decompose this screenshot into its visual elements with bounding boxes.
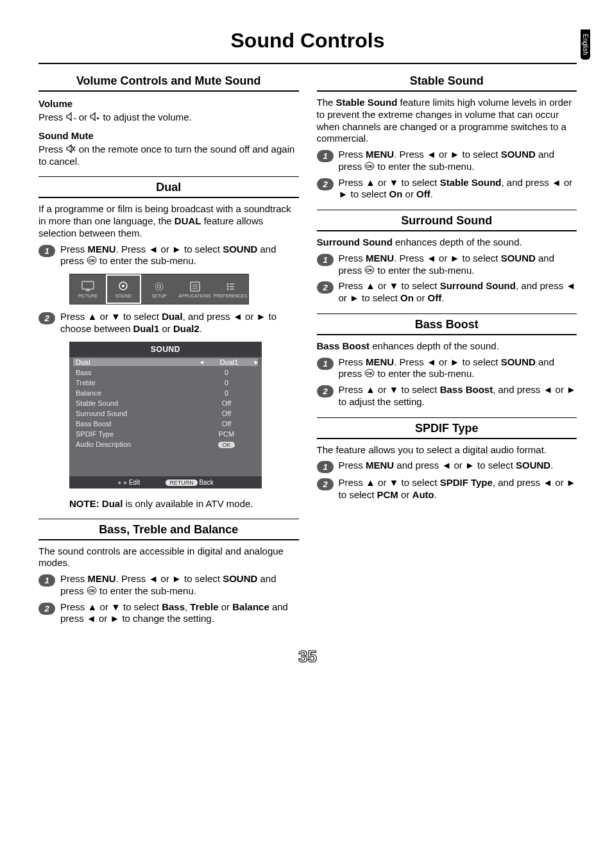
left-arrow-icon: ◄ <box>199 359 205 365</box>
t: or <box>402 188 416 199</box>
t: NOTE: <box>69 498 99 509</box>
t: 0 <box>198 389 255 397</box>
section-title-stable: Stable Sound <box>317 74 577 88</box>
left-arrow-icon: ◄ <box>149 244 158 255</box>
bassboost-step-2-text: Press ▲ or ▼ to select Bass Boost, and p… <box>339 384 577 408</box>
section-rule <box>317 438 577 439</box>
section-title-surround: Surround Sound <box>317 214 577 228</box>
t: or <box>561 177 573 188</box>
svg-text:1: 1 <box>44 246 49 256</box>
up-arrow-icon: ▲ <box>88 601 98 612</box>
svg-text:2: 2 <box>322 387 328 396</box>
right-arrow-icon: ► <box>253 359 259 365</box>
step-number-icon: 2 <box>38 603 55 615</box>
t: or <box>552 477 566 488</box>
t: Dual <box>162 311 183 322</box>
t: to enter the sub-menu. <box>375 265 474 276</box>
t: MENU <box>366 253 394 263</box>
t: Edit <box>129 479 140 486</box>
right-arrow-icon: ► <box>465 460 475 471</box>
step-number-icon: 1 <box>38 245 55 257</box>
svg-point-13 <box>157 285 160 288</box>
t: Bass <box>162 601 185 612</box>
section-rule <box>38 197 299 198</box>
svg-text:2: 2 <box>322 283 328 292</box>
panel-row: Bass BoostOff <box>69 419 262 429</box>
step-number-icon: 1 <box>38 574 55 587</box>
t: and press <box>394 460 441 471</box>
t: Off <box>198 410 255 417</box>
btb-step-1: 1 Press MENU. Press ◄ or ► to select SOU… <box>38 573 299 597</box>
up-arrow-icon: ▲ <box>366 477 375 488</box>
thin-rule <box>317 417 577 418</box>
t: . Press <box>116 573 149 584</box>
t: Bass <box>76 369 198 376</box>
section-rule <box>38 90 299 92</box>
left-arrow-icon: ◄ <box>233 311 242 322</box>
return-pill: RETURN <box>166 480 198 486</box>
t: enhances depth of the sound. <box>370 340 499 351</box>
panel-row: Audio DescriptionOK <box>69 439 262 449</box>
t: or <box>451 460 465 471</box>
t: SOUND <box>501 253 536 263</box>
svg-text:OK: OK <box>89 588 96 593</box>
t: Stable Sound <box>336 97 398 108</box>
t: . <box>434 489 437 500</box>
svg-point-12 <box>155 283 163 290</box>
t: Dual1 <box>133 323 159 334</box>
t: OK <box>198 440 255 448</box>
svg-text:1: 1 <box>323 359 327 369</box>
up-arrow-icon: ▲ <box>366 177 375 188</box>
t: . Press <box>394 253 427 263</box>
btb-step-2-text: Press ▲ or ▼ to select Bass, Treble or B… <box>60 601 299 626</box>
t: SOUND <box>223 573 257 584</box>
stable-step-1-text: Press MENU. Press ◄ or ► to select SOUND… <box>339 149 577 173</box>
t: Bass Boost <box>440 384 493 395</box>
left-arrow-icon: ◄ <box>543 384 553 395</box>
thin-rule <box>317 313 577 314</box>
t: to select <box>398 384 439 395</box>
t: Press <box>60 601 88 612</box>
svg-text:2: 2 <box>322 179 328 189</box>
panel-row: SPDIF TypePCM <box>69 429 262 439</box>
t: or <box>375 477 389 488</box>
panel-foot: ● ● Edit RETURN Back <box>69 476 262 488</box>
svg-point-11 <box>122 285 124 287</box>
sound-menu-panel: SOUND Dual ◄Dual1► Bass0 Treble0 Balance… <box>69 342 262 488</box>
t: Auto <box>412 489 434 500</box>
t: or <box>158 573 172 584</box>
t: . Press <box>116 244 149 255</box>
down-arrow-icon: ▼ <box>389 477 399 488</box>
t: to select <box>459 253 500 263</box>
stable-step-2-text: Press ▲ or ▼ to select Stable Sound, and… <box>339 177 577 201</box>
right-arrow-icon: ► <box>172 573 182 584</box>
t: The <box>317 97 336 108</box>
t: or <box>436 149 450 160</box>
t: Stable Sound <box>440 177 502 188</box>
right-arrow-icon: ► <box>257 311 266 322</box>
t: ● ● <box>117 479 129 486</box>
t: , and press <box>516 280 566 291</box>
t: SOUND <box>501 356 536 367</box>
dual-note: NOTE: Dual is only available in ATV mode… <box>69 498 299 509</box>
ok-icon: OK <box>87 256 97 265</box>
right-arrow-icon: ► <box>566 477 576 488</box>
left-arrow-icon: ◄ <box>441 460 451 471</box>
t: 0 <box>198 369 255 376</box>
t: Dual2 <box>173 323 200 334</box>
up-arrow-icon: ▲ <box>366 384 375 395</box>
menu-icon-preferences: PREFERENCES <box>212 274 248 304</box>
t: Balance <box>76 389 198 397</box>
svg-rect-8 <box>82 281 94 289</box>
step-number-icon: 2 <box>317 478 334 490</box>
t: . <box>441 292 444 303</box>
t: or <box>436 253 450 263</box>
svg-text:2: 2 <box>44 313 49 323</box>
t: . <box>430 188 433 199</box>
svg-text:−: − <box>73 115 76 121</box>
right-arrow-icon: ► <box>566 384 576 395</box>
t: Dual <box>73 358 200 366</box>
t: or <box>79 112 90 122</box>
panel-row: Stable SoundOff <box>69 398 262 408</box>
left-arrow-icon: ◄ <box>87 613 96 624</box>
